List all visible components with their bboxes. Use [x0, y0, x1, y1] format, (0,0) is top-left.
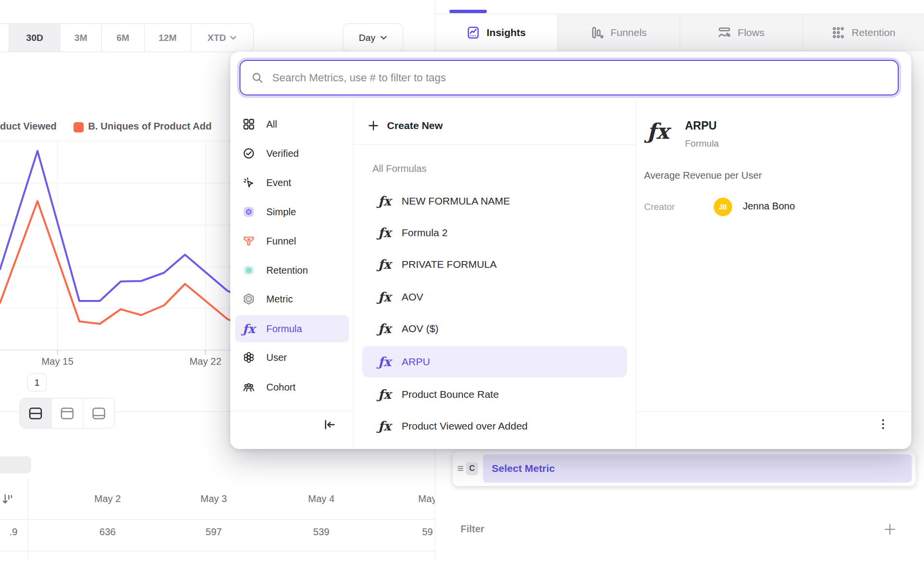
detail-footer-divider — [636, 411, 911, 412]
chart-line-series-b — [0, 201, 246, 328]
formula-detail-fx-icon: ƒx — [647, 119, 669, 144]
range-xtd-label: XTD — [207, 33, 226, 43]
category-label: User — [266, 352, 287, 363]
category-label: Funnel — [266, 236, 296, 247]
search-placeholder: Search Metrics, use # to filter to tags — [272, 72, 446, 84]
tab-flows[interactable]: Flows — [680, 14, 802, 51]
category-cohort[interactable]: Cohort — [236, 375, 348, 399]
formula-item[interactable]: ƒxNEW FORMULA NAME — [376, 190, 620, 212]
plus-icon — [368, 120, 379, 131]
table-row-divider — [0, 551, 435, 551]
table-cell: 59 — [393, 526, 435, 538]
formula-item[interactable]: ƒxPRIVATE FORMULA — [376, 254, 620, 275]
category-metric[interactable]: Metric — [236, 287, 348, 311]
creator-avatar: JB — [714, 198, 732, 216]
avatar-initials: JB — [719, 203, 727, 211]
x-axis-label-may22: May 22 — [181, 356, 230, 367]
granularity-label: Day — [359, 33, 375, 43]
category-label: Verified — [266, 148, 299, 159]
category-formula[interactable]: ƒx Formula — [236, 317, 348, 340]
range-segment-hidden[interactable] — [0, 24, 9, 52]
fx-icon: ƒx — [376, 257, 393, 272]
table-cell: 597 — [180, 526, 248, 538]
chart-ticks — [57, 350, 205, 355]
simple-metric-icon — [242, 206, 255, 218]
tab-retention[interactable]: Retention — [802, 14, 924, 51]
bottom-pane-icon — [92, 407, 106, 420]
layout-split-view-button[interactable] — [20, 398, 51, 428]
active-tab-underline — [449, 10, 487, 13]
range-3m-button[interactable]: 3M — [60, 24, 101, 52]
modal-column-divider — [636, 102, 636, 449]
flows-wave-icon — [718, 26, 731, 39]
category-retention[interactable]: Retention — [236, 259, 348, 282]
category-funnel[interactable]: Funnel — [236, 229, 348, 253]
create-new-label: Create New — [387, 120, 443, 131]
range-12m-button[interactable]: 12M — [144, 24, 191, 52]
category-label: Simple — [266, 206, 296, 218]
fx-icon: ƒx — [376, 355, 393, 369]
search-icon — [251, 72, 264, 84]
fx-icon: ƒx — [376, 419, 393, 433]
metric-clause-card: C Select Metric — [453, 451, 916, 486]
metric-picker-modal: Search Metrics, use # to filter to tags … — [230, 52, 911, 449]
user-cluster-icon — [242, 351, 255, 364]
formula-name: Formula 2 — [402, 227, 448, 239]
kebab-menu-icon[interactable] — [878, 418, 888, 430]
category-verified[interactable]: Verified — [236, 142, 348, 165]
layout-table-view-button[interactable] — [83, 398, 114, 428]
tab-label: Insights — [486, 27, 526, 38]
granularity-dropdown[interactable]: Day — [343, 23, 403, 52]
range-xtd-button[interactable]: XTD — [191, 24, 253, 52]
table-header-divider — [0, 519, 435, 520]
add-filter-button[interactable] — [884, 523, 896, 536]
pagination-page-button[interactable]: 1 — [27, 374, 47, 392]
metric-search-input[interactable]: Search Metrics, use # to filter to tags — [240, 60, 899, 95]
table-header-may4: May 4 — [287, 493, 355, 505]
category-event[interactable]: Event — [236, 171, 348, 194]
collapse-panel-icon[interactable] — [323, 418, 336, 431]
formula-detail-title: ARPU — [685, 119, 717, 132]
tab-label: Funnels — [610, 27, 647, 38]
fx-icon: ƒx — [376, 387, 393, 402]
formula-item[interactable]: ƒxAOV ($) — [376, 318, 620, 339]
fx-icon: ƒx — [376, 321, 393, 336]
app-window: 30D 3M 6M 12M XTD Day duct Viewed B. Uni… — [0, 0, 924, 561]
formula-item[interactable]: ƒxAOV — [376, 286, 620, 308]
funnel-icon — [242, 235, 255, 247]
formula-detail-description: Average Revenue per User — [644, 170, 762, 181]
tab-funnels[interactable]: Funnels — [557, 14, 680, 51]
category-all[interactable]: All — [236, 112, 348, 136]
formula-name: Product Viewed over Added — [402, 420, 528, 432]
create-new-button[interactable]: Create New — [368, 116, 443, 135]
formula-detail-type: Formula — [685, 138, 719, 149]
formula-item[interactable]: ƒxFormula 2 — [376, 222, 620, 243]
range-6m-button[interactable]: 6M — [101, 24, 144, 52]
tab-insights[interactable]: Insights — [435, 14, 557, 51]
table-header-may5: May — [393, 493, 435, 505]
partial-tab[interactable] — [0, 456, 31, 473]
category-label: Retention — [266, 265, 308, 276]
select-metric-field[interactable]: Select Metric — [483, 454, 912, 483]
category-simple[interactable]: Simple — [236, 200, 348, 224]
range-30d-button[interactable]: 30D — [9, 24, 60, 52]
formula-item-selected[interactable]: ƒxARPU — [376, 351, 620, 373]
formula-name: NEW FORMULA NAME — [402, 195, 510, 207]
layout-chart-view-button[interactable] — [51, 398, 83, 428]
fx-icon: ƒx — [376, 225, 393, 240]
formula-item[interactable]: ƒxProduct Bounce Rate — [376, 384, 620, 405]
formula-item[interactable]: ƒxProduct Viewed over Added — [376, 415, 620, 437]
category-user[interactable]: User — [236, 346, 348, 369]
fx-icon: ƒx — [376, 194, 393, 208]
insights-chart-icon — [466, 26, 480, 39]
tab-label: Retention — [851, 27, 895, 38]
drag-handle-icon[interactable] — [457, 465, 464, 472]
sort-descending-icon[interactable] — [1, 492, 14, 506]
layout-toggle-group — [19, 398, 115, 429]
funnels-bars-icon — [591, 26, 604, 39]
category-label: Cohort — [266, 382, 296, 393]
formula-fx-icon: ƒx — [242, 322, 255, 336]
tab-label: Flows — [738, 27, 764, 38]
category-label: Metric — [266, 294, 293, 305]
event-click-icon — [242, 176, 255, 189]
